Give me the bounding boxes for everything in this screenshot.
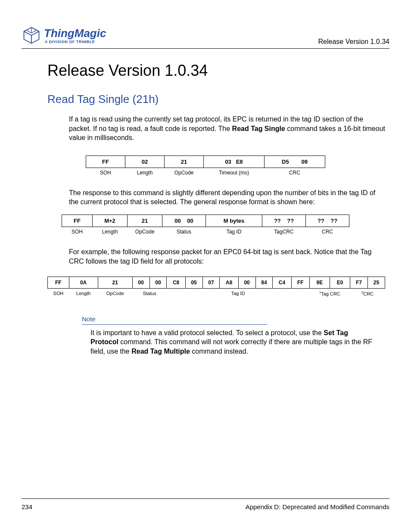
example-paragraph: For example, the following response pack… <box>22 247 389 266</box>
cell: FF <box>62 215 93 227</box>
label: CRC <box>265 168 325 177</box>
label: Tag ID <box>206 227 262 236</box>
label: Tag ID <box>167 289 309 298</box>
cell: 21 <box>165 156 204 168</box>
note-heading: Note <box>82 315 377 323</box>
cell: 00 <box>238 277 255 289</box>
cell: 00 00 <box>162 215 206 227</box>
cell: 00 <box>149 277 167 289</box>
label: OpCode <box>165 168 204 177</box>
page-title: Release Version 1.0.34 <box>22 62 389 80</box>
label: Status <box>132 289 167 298</box>
label: Length <box>69 289 98 298</box>
cell: ?? ?? <box>262 215 306 227</box>
cell: 00 <box>132 277 149 289</box>
page-number: 234 <box>22 503 32 510</box>
header: ThingMagic A DIVISION OF TRIMBLE Release… <box>22 26 389 49</box>
cell: D5 09 <box>265 156 325 168</box>
label: SOH <box>62 227 93 236</box>
cell: C8 <box>167 277 185 289</box>
cell: M bytes <box>206 215 262 227</box>
cell: 07 <box>202 277 220 289</box>
cell: A8 <box>220 277 238 289</box>
cell: M+2 <box>93 215 128 227</box>
cell: FF <box>291 277 309 289</box>
logo-name: ThingMagic <box>44 27 106 40</box>
cell: 0A <box>69 277 98 289</box>
label: 1Tag CRC <box>309 289 350 298</box>
label: Status <box>162 227 206 236</box>
cell: FF <box>48 277 69 289</box>
note-rule <box>82 324 267 325</box>
cell: 84 <box>255 277 273 289</box>
logo-subtitle: A DIVISION OF TRIMBLE <box>44 40 106 44</box>
logo: ThingMagic A DIVISION OF TRIMBLE <box>22 26 106 46</box>
cell: 9E <box>309 277 330 289</box>
footer: 234 Appendix D: Deprecated and Modified … <box>22 498 389 510</box>
note-block: Note It is important to have a valid pro… <box>22 315 389 356</box>
request-packet-table: FF 02 21 03 E8 D5 09 SOH Length OpCode T… <box>86 156 325 177</box>
cell: ?? ?? <box>306 215 349 227</box>
intro-paragraph: If a tag is read using the currently set… <box>22 115 389 143</box>
cell: 25 <box>368 277 385 289</box>
cell: 03 E8 <box>204 156 265 168</box>
cell: 21 <box>98 277 132 289</box>
label: Length <box>93 227 128 236</box>
cell: C4 <box>273 277 291 289</box>
response-format-table: FF M+2 21 00 00 M bytes ?? ?? ?? ?? SOH … <box>62 215 349 236</box>
cell: F7 <box>350 277 368 289</box>
example-response-table: FF 0A 21 00 00 C8 05 07 A8 00 84 C4 FF 9… <box>47 277 385 298</box>
label: Timeout (ms) <box>204 168 265 177</box>
header-version: Release Version 1.0.34 <box>318 38 389 46</box>
cmd-name: Read Tag Single <box>232 125 285 132</box>
cell: 02 <box>125 156 165 168</box>
note-text: It is important to have a valid protocol… <box>82 328 377 356</box>
label: OpCode <box>128 227 162 236</box>
label: CRC <box>306 227 349 236</box>
cell: 05 <box>185 277 202 289</box>
label: SOH <box>48 289 69 298</box>
section-heading: Read Tag Single (21h) <box>22 93 389 106</box>
label: TagCRC <box>262 227 306 236</box>
appendix-label: Appendix D: Deprecated and Modified Comm… <box>246 503 389 510</box>
label: Length <box>125 168 165 177</box>
label: OpCode <box>98 289 132 298</box>
cell: FF <box>86 156 125 168</box>
cell: 21 <box>128 215 162 227</box>
cell: E0 <box>330 277 350 289</box>
thingmagic-logo-icon <box>22 26 41 46</box>
label: 2CRC <box>350 289 385 298</box>
label: SOH <box>86 168 125 177</box>
response-intro-paragraph: The response to this command is slightly… <box>22 188 389 207</box>
